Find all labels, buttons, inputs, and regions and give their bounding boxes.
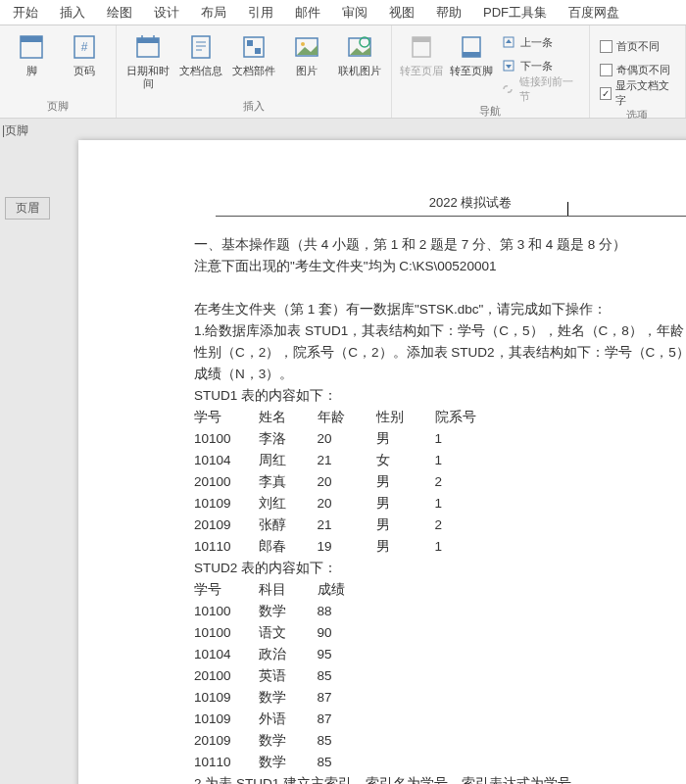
group-options: 首页不同 奇偶页不同 ✓显示文档文字 选项	[590, 25, 686, 118]
tab-start[interactable]: 开始	[2, 0, 49, 25]
table-row: 20109数学85	[194, 730, 372, 752]
tab-strip: 开始 插入 绘图 设计 布局 引用 邮件 审阅 视图 帮助 PDF工具集 百度网…	[0, 0, 686, 25]
tab-pdf[interactable]: PDF工具集	[472, 0, 558, 25]
workspace: |页脚 页眉 2022 模拟试卷 一、基本操作题（共 4 小题，第 1 和 2 …	[0, 119, 686, 784]
quickparts-label: 文档部件	[232, 65, 275, 77]
table-header-cell: 院系号	[435, 407, 504, 428]
tab-view[interactable]: 视图	[378, 0, 425, 25]
header-label: 脚	[26, 65, 37, 77]
ruler-label: |页脚	[2, 122, 28, 139]
tab-insert[interactable]: 插入	[49, 0, 96, 25]
svg-rect-13	[247, 40, 253, 46]
quickparts-btn[interactable]: 文档部件	[228, 29, 279, 90]
table-row: 20109张醇21男2	[194, 514, 504, 536]
tab-design[interactable]: 设计	[143, 0, 190, 25]
table-cell: 20100	[194, 665, 259, 687]
table-cell: 男	[376, 536, 435, 558]
table-cell: 20109	[194, 514, 259, 536]
text-cursor	[567, 202, 568, 216]
table-cell: 郎春	[259, 536, 318, 558]
table-cell: 数学	[259, 730, 318, 752]
stud2-table: 学号科目成绩10100数学8810100语文9010104政治9520100英语…	[194, 579, 372, 773]
goto-header-icon	[406, 31, 437, 63]
arrow-up-icon	[501, 34, 516, 50]
table-cell: 85	[318, 665, 372, 687]
table-cell: 88	[318, 601, 372, 622]
link-icon	[501, 81, 515, 97]
goto-footer-icon	[456, 31, 487, 63]
picture-btn[interactable]: 图片	[281, 29, 332, 90]
prev-label: 上一条	[520, 35, 553, 50]
table-cell: 1	[435, 493, 504, 514]
svg-point-16	[301, 42, 305, 46]
onlinepic-btn[interactable]: 联机图片	[334, 29, 385, 90]
table-cell: 10110	[194, 752, 259, 773]
diff-first-check[interactable]: 首页不同	[600, 35, 675, 57]
tab-review[interactable]: 审阅	[331, 0, 378, 25]
table-cell: 2	[435, 514, 504, 536]
table-cell: 刘红	[259, 493, 318, 514]
table-cell: 李真	[259, 471, 318, 493]
header-text[interactable]: 2022 模拟试卷	[216, 194, 686, 214]
pagenum-btn[interactable]: # 页码	[59, 29, 110, 77]
tab-help[interactable]: 帮助	[425, 0, 472, 25]
goto-header-btn[interactable]: 转至页眉	[398, 29, 445, 102]
link-prev-btn[interactable]: 链接到前一节	[501, 78, 579, 100]
tab-draw[interactable]: 绘图	[96, 0, 143, 25]
table-cell: 10100	[194, 428, 259, 450]
tab-baidu[interactable]: 百度网盘	[558, 0, 630, 25]
table-cell: 张醇	[259, 514, 318, 536]
tab-references[interactable]: 引用	[237, 0, 284, 25]
table-cell: 10104	[194, 644, 259, 665]
table-row: 10104政治95	[194, 644, 372, 665]
table-cell: 10109	[194, 709, 259, 730]
doc-line: STUD1 表的内容如下：	[194, 385, 686, 407]
doc-blank	[194, 277, 686, 299]
page[interactable]: 页眉 2022 模拟试卷 一、基本操作题（共 4 小题，第 1 和 2 题是 7…	[78, 140, 686, 784]
table-cell: 外语	[259, 709, 318, 730]
docinfo-btn[interactable]: 文档信息	[175, 29, 226, 90]
table-cell: 19	[318, 536, 376, 558]
header-tag[interactable]: 页眉	[5, 197, 50, 220]
doc-line: 在考生文件夹（第 1 套）有一数据库"STSK.dbc"，请完成如下操作：	[194, 299, 686, 320]
prev-btn[interactable]: 上一条	[501, 31, 579, 53]
ribbon: 脚 # 页码 页脚 日期和时间 文档信息 文档部件	[0, 25, 686, 119]
datetime-btn[interactable]: 日期和时间	[122, 29, 173, 90]
table-row: 10109外语87	[194, 709, 372, 730]
checkbox-checked-icon: ✓	[600, 87, 612, 100]
table-header-cell: 性别	[376, 407, 435, 428]
table-cell: 90	[318, 622, 372, 644]
table-cell: 男	[376, 493, 435, 514]
tab-layout[interactable]: 布局	[190, 0, 237, 25]
table-cell: 10110	[194, 536, 259, 558]
table-cell: 1	[435, 450, 504, 471]
table-cell: 政治	[259, 644, 318, 665]
doc-line: 2.为表 STUD1 建立主索引，索引名为学号，索引表达式为学号。	[194, 773, 686, 784]
table-cell: 20109	[194, 730, 259, 752]
diff-oddeven-check[interactable]: 奇偶页不同	[600, 59, 675, 80]
group-header-footer: 脚 # 页码 页脚	[0, 25, 117, 118]
table-cell: 20	[318, 493, 376, 514]
group-label-hf: 页脚	[6, 97, 110, 116]
tab-mailings[interactable]: 邮件	[284, 0, 331, 25]
table-cell: 21	[318, 450, 376, 471]
table-row: 10110数学85	[194, 752, 372, 773]
goto-footer-btn[interactable]: 转至页脚	[447, 29, 494, 102]
table-header-cell: 学号	[194, 579, 259, 601]
goto-header-label: 转至页眉	[400, 65, 443, 77]
table-cell: 20100	[194, 471, 259, 493]
header-underline	[216, 216, 686, 217]
table-cell: 女	[376, 450, 435, 471]
table-cell: 2	[435, 471, 504, 493]
header-btn[interactable]: 脚	[6, 29, 57, 77]
group-nav: 转至页眉 转至页脚 上一条 下一条 链接到前一节 导航	[392, 25, 590, 118]
show-doctext-check[interactable]: ✓显示文档文字	[600, 82, 675, 104]
table-header-cell: 科目	[259, 579, 318, 601]
table-cell: 87	[318, 709, 372, 730]
show-doctext-label: 显示文档文字	[615, 78, 675, 108]
picture-icon	[291, 31, 322, 63]
svg-rect-8	[192, 36, 210, 58]
next-btn[interactable]: 下一条	[501, 55, 579, 76]
docinfo-icon	[185, 31, 217, 63]
picture-label: 图片	[296, 65, 318, 77]
